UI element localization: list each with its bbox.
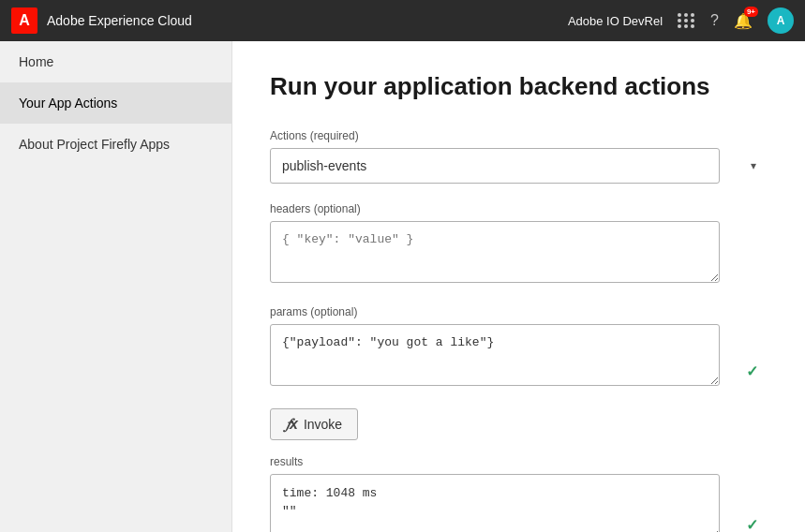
- select-chevron-down-icon: ▾: [751, 159, 756, 172]
- invoke-function-icon: 𝑓x: [286, 416, 298, 433]
- top-nav-left: A Adobe Experience Cloud: [11, 7, 192, 34]
- help-icon[interactable]: ?: [710, 12, 719, 29]
- params-valid-icon: ✓: [746, 362, 758, 380]
- results-label: results: [270, 455, 768, 468]
- sidebar-item-about-firefly[interactable]: About Project Firefly Apps: [0, 124, 231, 165]
- headers-textarea-wrapper: [270, 221, 768, 287]
- top-navigation: A Adobe Experience Cloud Adobe IO DevRel…: [0, 0, 805, 41]
- headers-field-group: headers (optional): [270, 202, 768, 287]
- headers-textarea[interactable]: [270, 221, 720, 283]
- notification-badge: 9+: [744, 7, 758, 17]
- adobe-logo: A: [11, 7, 37, 34]
- username-display: Adobe IO DevRel: [568, 14, 663, 28]
- sidebar-item-home-label: Home: [19, 54, 53, 69]
- user-avatar[interactable]: A: [768, 7, 794, 34]
- actions-select[interactable]: publish-events: [270, 148, 720, 184]
- params-textarea-wrapper: ✓: [270, 324, 768, 390]
- sidebar-item-your-app-actions[interactable]: Your App Actions: [0, 82, 231, 124]
- top-nav-right: Adobe IO DevRel ? 🔔 9+ A: [568, 7, 794, 34]
- apps-grid-icon[interactable]: [678, 13, 695, 28]
- page-title: Run your application backend actions: [270, 71, 768, 103]
- headers-label: headers (optional): [270, 202, 768, 215]
- actions-label: Actions (required): [270, 129, 768, 142]
- notification-icon[interactable]: 🔔 9+: [734, 12, 753, 30]
- invoke-button-label: Invoke: [304, 417, 342, 432]
- actions-field-group: Actions (required) publish-events ▾: [270, 129, 768, 184]
- params-textarea[interactable]: [270, 324, 720, 386]
- adobe-logo-text: A: [19, 12, 30, 29]
- invoke-button[interactable]: 𝑓x Invoke: [270, 408, 358, 440]
- sidebar-item-about-firefly-label: About Project Firefly Apps: [19, 137, 170, 152]
- sidebar: Home Your App Actions About Project Fire…: [0, 41, 232, 532]
- actions-select-wrapper: publish-events ▾: [270, 148, 768, 184]
- params-field-group: params (optional) ✓: [270, 305, 768, 390]
- app-layout: Home Your App Actions About Project Fire…: [0, 41, 805, 532]
- params-label: params (optional): [270, 305, 768, 318]
- results-field-group: results ✓: [270, 455, 768, 532]
- results-textarea-wrapper: ✓: [270, 474, 768, 532]
- sidebar-item-your-app-actions-label: Your App Actions: [19, 96, 117, 111]
- sidebar-item-home[interactable]: Home: [0, 41, 231, 82]
- app-title: Adobe Experience Cloud: [47, 13, 192, 28]
- results-textarea[interactable]: [270, 474, 720, 532]
- results-valid-icon: ✓: [746, 516, 758, 532]
- main-content: Run your application backend actions Act…: [232, 41, 805, 532]
